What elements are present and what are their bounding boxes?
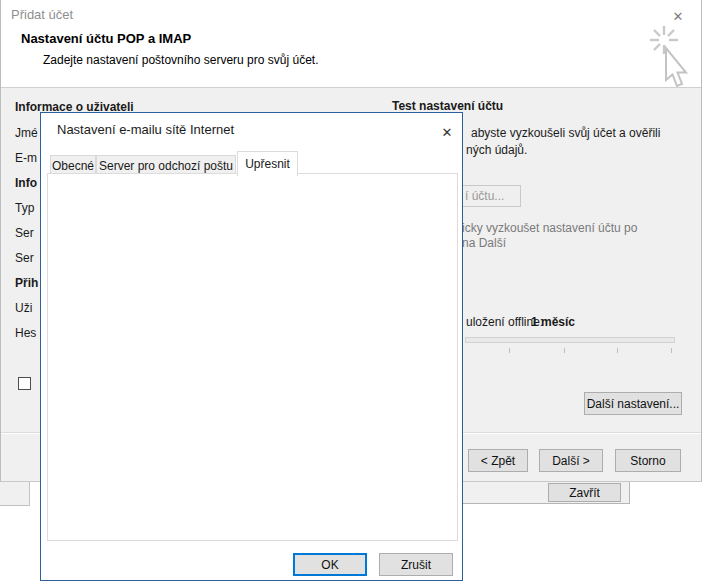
slider-tick [617,348,618,353]
section-logon-info-fragment: Přih [15,276,38,290]
test-account-button-fragment[interactable]: í účtu... [462,185,521,207]
test-account-text-line2: ných údajů. [466,143,527,157]
window-title: Přidat účet [11,7,73,22]
label-password-fragment: Hes [15,326,36,340]
label-outgoing-server-fragment: Ser [15,251,34,265]
next-button[interactable]: Další > [539,449,603,472]
label-account-type-fragment: Typ [15,201,34,215]
label-incoming-server-fragment: Ser [15,226,34,240]
slider-tick [671,348,672,353]
offline-mail-value: 1 měsíc [531,315,575,329]
auto-test-label-line1: icky vyzkoušet nastavení účtu po [462,221,637,235]
section-test-account: Test nastavení účtu [392,99,503,113]
remember-password-checkbox[interactable] [18,377,31,390]
dialog-close-icon[interactable]: ✕ [435,120,459,144]
label-email-fragment: E-m [15,151,37,165]
window-close-icon[interactable]: ✕ [663,4,693,28]
storno-button[interactable]: Storno [615,449,681,472]
slider-tick [509,348,510,353]
page-title: Nastavení účtu POP a IMAP [21,31,191,46]
back-button[interactable]: < Zpět [468,449,528,472]
dialog-title: Nastavení e-mailu sítě Internet [57,122,234,137]
internet-email-settings-dialog: Nastavení e-mailu sítě Internet ✕ Obecné… [40,112,463,581]
ok-button[interactable]: OK [293,553,367,576]
auto-test-label-line2: na Další [462,236,506,250]
section-server-info-fragment: Info [15,176,37,190]
label-name-fragment: Jmé [15,126,38,140]
background-window-right-strip: Zavřít [461,479,630,504]
close-window-button[interactable]: Zavřít [548,483,621,502]
label-username-fragment: Uži [15,301,32,315]
slider-tick [564,348,565,353]
page-subtitle: Zadejte nastavení poštovního serveru pro… [43,53,319,67]
tab-panel [47,173,458,541]
more-settings-button[interactable]: Další nastavení... [584,392,682,415]
offline-slider-track[interactable] [465,337,675,343]
mouse-cursor-busy-icon [639,26,699,92]
tab-advanced[interactable]: Upřesnit [237,151,298,176]
cancel-button[interactable]: Zrušit [379,553,453,576]
test-account-text-line1: abyste vyzkoušeli svůj účet a ověřili [471,126,660,140]
